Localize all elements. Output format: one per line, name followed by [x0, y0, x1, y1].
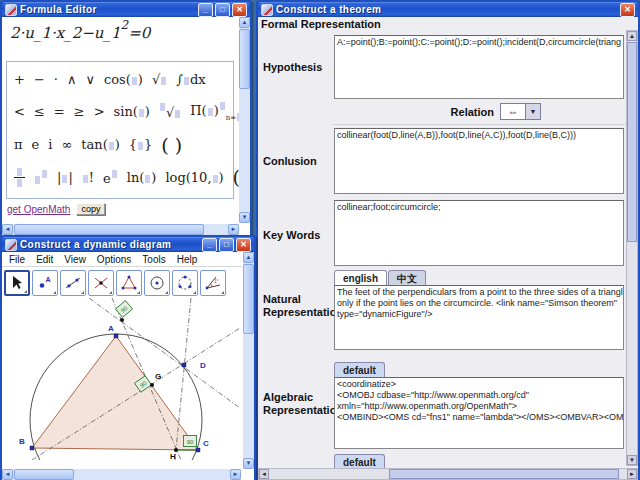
symbol-button[interactable]: + [14, 72, 25, 87]
symbol-button[interactable]: = [54, 104, 65, 119]
symbol-button[interactable]: tan() [81, 137, 120, 152]
menu-help[interactable]: Help [177, 254, 198, 265]
symbol-button[interactable]: < [14, 104, 25, 119]
formula-display[interactable]: 2·u_1·x_2−u_12=0 [10, 21, 150, 42]
symbol-button[interactable]: ln() [127, 170, 157, 185]
maximize-button[interactable]: □ [219, 238, 234, 252]
formula-horizontal-scrollbar[interactable]: ◄ ► [2, 224, 239, 235]
scroll-thumb[interactable] [627, 42, 637, 242]
symbol-button[interactable] [14, 167, 25, 188]
point-A[interactable] [114, 334, 118, 338]
point-D[interactable] [182, 363, 186, 367]
intersect-tool[interactable] [88, 270, 114, 296]
tab-english[interactable]: english [334, 270, 387, 285]
scroll-down-icon[interactable]: ▼ [239, 212, 250, 223]
get-openmath-link[interactable]: get OpenMath [7, 204, 70, 215]
diagram-horizontal-scrollbar[interactable]: ◄ ► [2, 469, 241, 480]
close-button[interactable]: ✕ [236, 238, 251, 252]
symbol-button[interactable]: ∨ [85, 72, 95, 87]
point-foot[interactable] [120, 318, 124, 322]
minimize-button[interactable]: _ [202, 238, 217, 252]
tab-default-bottom[interactable]: default [334, 454, 385, 469]
menu-tools[interactable]: Tools [142, 254, 165, 265]
symbol-button[interactable] [34, 170, 48, 186]
scroll-right-icon[interactable]: ► [627, 469, 637, 479]
symbol-button[interactable]: Π()n= [190, 102, 243, 122]
formula-vertical-scrollbar[interactable]: ▲ ▼ [239, 17, 250, 223]
algebraic-representation-field[interactable]: <coordinatize> <OMOBJ cdbase="http://www… [334, 377, 624, 449]
symbol-button[interactable]: ( ) [161, 138, 182, 152]
theorem-horizontal-scrollbar[interactable]: ◄ ► [258, 468, 638, 480]
theorem-vertical-scrollbar[interactable]: ▲ ▼ [626, 30, 638, 466]
chevron-down-icon[interactable]: ▼ [526, 103, 541, 120]
formula-editor-titlebar[interactable]: Formula Editor _ □ ✕ [2, 2, 250, 17]
scroll-left-icon[interactable]: ◄ [2, 224, 13, 235]
scroll-right-icon[interactable]: ► [228, 224, 239, 235]
close-button[interactable]: ✕ [232, 3, 247, 17]
point-G[interactable] [150, 383, 154, 387]
scroll-thumb[interactable] [243, 264, 254, 334]
point-tool[interactable]: A [32, 270, 58, 296]
symbol-button[interactable]: i [48, 137, 52, 152]
geometry-canvas[interactable]: 909090ABCDGH [4, 298, 240, 460]
symbol-button[interactable]: log(10,) [165, 170, 223, 185]
scroll-thumb[interactable] [14, 469, 74, 480]
symbol-button[interactable]: e [103, 170, 118, 186]
copy-button[interactable]: copy [76, 203, 105, 215]
theorem-titlebar[interactable]: Construct a theorem ✕ [258, 2, 638, 17]
diagram-vertical-scrollbar[interactable]: ▲ ▼ [243, 252, 254, 469]
angle-tool[interactable]: 1° [200, 270, 226, 296]
circle3-tool[interactable] [172, 270, 198, 296]
symbol-button[interactable]: √ [159, 103, 181, 120]
scroll-left-icon[interactable]: ◄ [259, 469, 269, 479]
point-C[interactable] [196, 448, 200, 452]
symbol-button[interactable]: ∞ [61, 137, 72, 152]
symbol-button[interactable]: sin() [114, 104, 150, 119]
symbol-button[interactable]: {} [129, 137, 153, 152]
scroll-right-icon[interactable]: ► [230, 469, 241, 480]
hypothesis-field[interactable]: A:=point();B:=point();C:=point();D:=poin… [334, 35, 624, 99]
scroll-left-icon[interactable]: ◄ [2, 469, 13, 480]
symbol-button[interactable]: e [32, 137, 40, 152]
symbol-button[interactable]: ≥ [74, 104, 85, 119]
conclusion-field[interactable]: collinear(foot(D,line(A,B)),foot(D,line(… [334, 128, 624, 194]
menu-edit[interactable]: Edit [36, 254, 53, 265]
symbol-button[interactable]: ∧ [67, 72, 77, 87]
symbol-button[interactable]: ≤ [34, 104, 45, 119]
symbol-button[interactable]: √ [152, 72, 167, 87]
scroll-down-icon[interactable]: ▼ [627, 455, 637, 465]
tab-chinese[interactable]: 中文 [388, 270, 426, 285]
symbol-button[interactable]: π [14, 137, 23, 152]
symbol-button[interactable]: || [57, 170, 73, 185]
symbol-button[interactable]: − [34, 72, 45, 87]
polygon-tool[interactable] [116, 270, 142, 296]
symbol-button[interactable]: cos() [104, 72, 143, 87]
scroll-thumb[interactable] [14, 224, 204, 235]
relation-combobox[interactable]: ⇔ ▼ [500, 103, 541, 120]
natural-representation-field[interactable]: The feet of the perpendiculars from a po… [334, 285, 624, 350]
tab-default-algebraic[interactable]: default [334, 362, 385, 377]
symbol-button[interactable]: · [54, 72, 58, 87]
symbol-button[interactable]: > [94, 104, 105, 119]
select-tool[interactable] [4, 270, 30, 296]
scroll-up-icon[interactable]: ▲ [243, 252, 254, 263]
symbol-button[interactable]: ! [82, 170, 94, 185]
scroll-up-icon[interactable]: ▲ [627, 31, 637, 41]
menu-options[interactable]: Options [97, 254, 131, 265]
line-tool[interactable] [60, 270, 86, 296]
maximize-button[interactable]: □ [215, 3, 230, 17]
scroll-down-icon[interactable]: ▼ [243, 458, 254, 469]
point-B[interactable] [30, 446, 34, 450]
close-button[interactable]: ✕ [620, 3, 635, 17]
minimize-button[interactable]: _ [198, 3, 213, 17]
scroll-up-icon[interactable]: ▲ [239, 17, 250, 28]
menu-file[interactable]: File [9, 254, 25, 265]
circle-tool[interactable] [144, 270, 170, 296]
scroll-thumb[interactable] [389, 469, 619, 479]
symbol-button[interactable]: ∫dx [176, 72, 205, 87]
toolbar: A1° [4, 268, 226, 297]
keywords-field[interactable]: collinear;foot;circumcircle; [334, 200, 624, 266]
diagram-titlebar[interactable]: Construct a dynamic diagram _ □ ✕ [2, 237, 254, 252]
scroll-thumb[interactable] [239, 29, 250, 89]
menu-view[interactable]: View [64, 254, 86, 265]
